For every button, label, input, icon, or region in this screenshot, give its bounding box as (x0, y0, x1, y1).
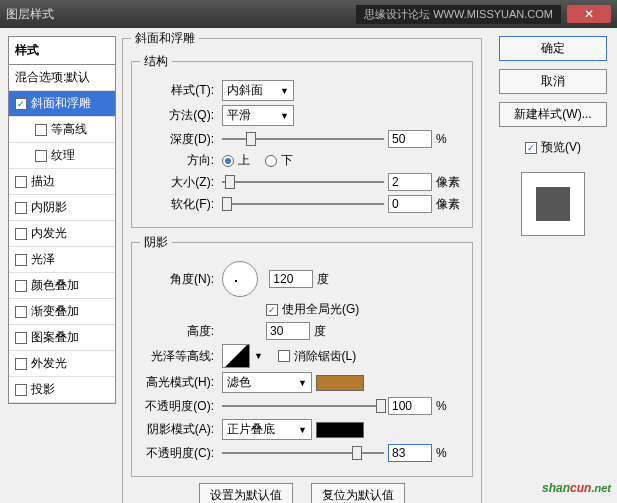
down-label: 下 (281, 152, 293, 169)
highlight-opacity-label: 不透明度(O): (140, 398, 218, 415)
radio-up[interactable] (222, 155, 234, 167)
global-light-label: 使用全局光(G) (282, 301, 359, 318)
shading-group: 阴影 角度(N): 120度 使用全局光(G) 高度:30度 光泽等高线:▼ 消… (131, 234, 473, 477)
styles-header: 样式 (8, 36, 116, 65)
angle-label: 角度(N): (140, 271, 218, 288)
checkbox-icon[interactable] (35, 124, 47, 136)
style-label: 样式(T): (140, 82, 218, 99)
unit: 像素 (436, 174, 464, 191)
unit: % (436, 446, 464, 460)
global-light-checkbox[interactable] (266, 304, 278, 316)
chevron-down-icon: ▼ (298, 378, 307, 388)
up-label: 上 (238, 152, 250, 169)
unit: 像素 (436, 196, 464, 213)
banner: 思缘设计论坛 WWW.MISSYUAN.COM (356, 5, 561, 24)
gloss-label: 光泽等高线: (140, 348, 218, 365)
style-list: 混合选项:默认 斜面和浮雕 等高线 纹理 描边 内阴影 内发光 光泽 颜色叠加 … (8, 65, 116, 404)
checkbox-icon[interactable] (15, 176, 27, 188)
shading-legend: 阴影 (140, 234, 172, 251)
depth-slider[interactable] (222, 132, 384, 146)
altitude-input[interactable]: 30 (266, 322, 310, 340)
checkbox-icon[interactable] (15, 202, 27, 214)
unit: 度 (317, 271, 345, 288)
highlight-color-swatch[interactable] (316, 375, 364, 391)
checkbox-icon[interactable] (15, 306, 27, 318)
preview-box (521, 172, 585, 236)
shadow-mode-select[interactable]: 正片叠底▼ (222, 419, 312, 440)
unit: 度 (314, 323, 342, 340)
angle-dial[interactable] (222, 261, 258, 297)
sidebar-item-bevel[interactable]: 斜面和浮雕 (9, 91, 115, 117)
shadow-color-swatch[interactable] (316, 422, 364, 438)
highlight-mode-label: 高光模式(H): (140, 374, 218, 391)
sidebar-item-texture[interactable]: 纹理 (9, 143, 115, 169)
radio-down[interactable] (265, 155, 277, 167)
chevron-down-icon: ▼ (298, 425, 307, 435)
highlight-mode-select[interactable]: 滤色▼ (222, 372, 312, 393)
highlight-opacity-input[interactable]: 100 (388, 397, 432, 415)
style-select[interactable]: 内斜面▼ (222, 80, 294, 101)
checkbox-icon[interactable] (15, 228, 27, 240)
cancel-button[interactable]: 取消 (499, 69, 607, 94)
new-style-button[interactable]: 新建样式(W)... (499, 102, 607, 127)
sidebar-item-patternoverlay[interactable]: 图案叠加 (9, 325, 115, 351)
antialias-label: 消除锯齿(L) (294, 348, 357, 365)
soften-label: 软化(F): (140, 196, 218, 213)
gloss-contour[interactable] (222, 344, 250, 368)
set-default-button[interactable]: 设置为默认值 (199, 483, 293, 503)
window-title: 图层样式 (6, 6, 356, 23)
structure-legend: 结构 (140, 53, 172, 70)
chevron-down-icon[interactable]: ▼ (254, 351, 263, 361)
checkbox-icon[interactable] (15, 254, 27, 266)
size-input[interactable]: 2 (388, 173, 432, 191)
sidebar-item-stroke[interactable]: 描边 (9, 169, 115, 195)
bevel-legend: 斜面和浮雕 (131, 30, 199, 47)
checkbox-icon[interactable] (15, 98, 27, 110)
chevron-down-icon: ▼ (280, 86, 289, 96)
method-label: 方法(Q): (140, 107, 218, 124)
preview-label: 预览(V) (541, 139, 581, 156)
angle-input[interactable]: 120 (269, 270, 313, 288)
soften-slider[interactable] (222, 197, 384, 211)
preview-checkbox[interactable] (525, 142, 537, 154)
depth-label: 深度(D): (140, 131, 218, 148)
close-icon[interactable]: ✕ (567, 5, 611, 23)
shadow-opacity-input[interactable]: 83 (388, 444, 432, 462)
sidebar-item-contour[interactable]: 等高线 (9, 117, 115, 143)
highlight-opacity-slider[interactable] (222, 399, 384, 413)
depth-input[interactable]: 50 (388, 130, 432, 148)
checkbox-icon[interactable] (35, 150, 47, 162)
shadow-mode-label: 阴影模式(A): (140, 421, 218, 438)
shadow-opacity-label: 不透明度(C): (140, 445, 218, 462)
sidebar-item-innershadow[interactable]: 内阴影 (9, 195, 115, 221)
unit: % (436, 132, 464, 146)
sidebar-item-gradientoverlay[interactable]: 渐变叠加 (9, 299, 115, 325)
sidebar-item-innerglow[interactable]: 内发光 (9, 221, 115, 247)
shadow-opacity-slider[interactable] (222, 446, 384, 460)
preview-swatch (536, 187, 570, 221)
antialias-checkbox[interactable] (278, 350, 290, 362)
size-label: 大小(Z): (140, 174, 218, 191)
bevel-group: 斜面和浮雕 结构 样式(T):内斜面▼ 方法(Q):平滑▼ 深度(D):50% … (122, 30, 482, 503)
sidebar-item-dropshadow[interactable]: 投影 (9, 377, 115, 403)
ok-button[interactable]: 确定 (499, 36, 607, 61)
method-select[interactable]: 平滑▼ (222, 105, 294, 126)
reset-default-button[interactable]: 复位为默认值 (311, 483, 405, 503)
blend-options[interactable]: 混合选项:默认 (9, 65, 115, 91)
sidebar-item-coloroverlay[interactable]: 颜色叠加 (9, 273, 115, 299)
sidebar-item-satin[interactable]: 光泽 (9, 247, 115, 273)
watermark: shancun.net (542, 474, 611, 497)
checkbox-icon[interactable] (15, 384, 27, 396)
checkbox-icon[interactable] (15, 332, 27, 344)
chevron-down-icon: ▼ (280, 111, 289, 121)
checkbox-icon[interactable] (15, 358, 27, 370)
structure-group: 结构 样式(T):内斜面▼ 方法(Q):平滑▼ 深度(D):50% 方向:上 下… (131, 53, 473, 228)
direction-label: 方向: (140, 152, 218, 169)
size-slider[interactable] (222, 175, 384, 189)
checkbox-icon[interactable] (15, 280, 27, 292)
soften-input[interactable]: 0 (388, 195, 432, 213)
unit: % (436, 399, 464, 413)
altitude-label: 高度: (140, 323, 218, 340)
sidebar-item-outerglow[interactable]: 外发光 (9, 351, 115, 377)
